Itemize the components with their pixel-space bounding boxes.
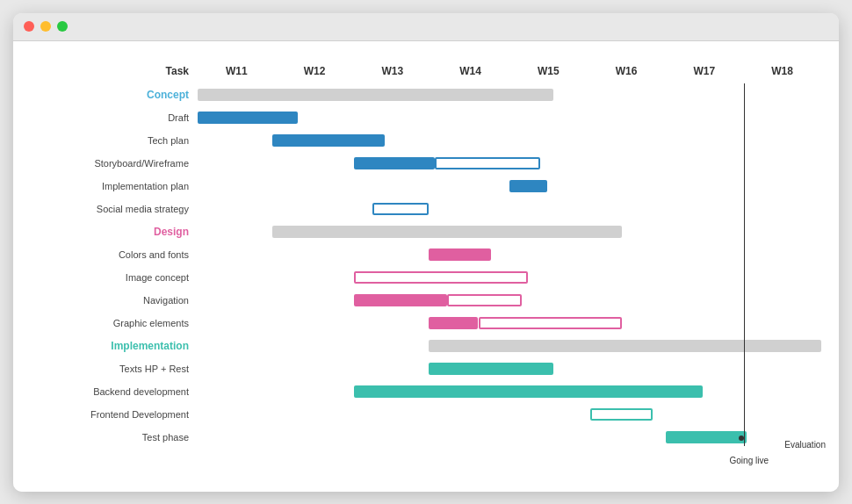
row-label-storyboard: Storyboard/Wireframe xyxy=(31,152,198,175)
gantt-labels: Task Concept Draft Tech plan Storyboard/… xyxy=(31,59,198,474)
titlebar xyxy=(13,13,839,41)
row-graphic xyxy=(198,312,821,335)
row-navigation xyxy=(198,289,821,312)
row-techplan xyxy=(198,129,821,152)
going-live-dot xyxy=(739,436,744,441)
row-label-test: Test phase xyxy=(31,426,198,449)
week-headers: W11 W12 W13 W14 W15 W16 W17 W18 xyxy=(198,59,821,83)
row-label-techplan: Tech plan xyxy=(31,129,198,152)
week-w18: W18 xyxy=(743,65,821,77)
task-header: Task xyxy=(31,59,198,83)
row-label-graphic: Graphic elements xyxy=(31,312,198,335)
row-social xyxy=(198,198,821,220)
row-label-colors: Colors and fonts xyxy=(31,243,198,266)
row-label-backend: Backend development xyxy=(31,380,198,403)
row-label-texts: Texts HP + Rest xyxy=(31,357,198,380)
row-frontend xyxy=(198,403,821,426)
row-test xyxy=(198,426,821,449)
week-w15: W15 xyxy=(509,65,588,77)
minimize-button[interactable] xyxy=(40,21,51,32)
row-label-frontend: Frontend Development xyxy=(31,403,198,426)
row-label-draft: Draft xyxy=(31,106,198,129)
row-impl-category xyxy=(198,335,821,357)
week-w11: W11 xyxy=(198,65,276,77)
evaluation-label: Evaluation xyxy=(784,440,826,450)
app-window: Task Concept Draft Tech plan Storyboard/… xyxy=(13,13,839,492)
going-live-label: Going live xyxy=(730,456,769,465)
week-w12: W12 xyxy=(276,65,354,77)
week-w16: W16 xyxy=(588,65,666,77)
week-w14: W14 xyxy=(431,65,509,77)
row-label-implplan: Implementation plan xyxy=(31,175,198,198)
gantt-chart-area: W11 W12 W13 W14 W15 W16 W17 W18 xyxy=(198,59,821,474)
row-label-implementation: Implementation xyxy=(31,335,198,357)
row-draft xyxy=(198,106,821,129)
week-w13: W13 xyxy=(354,65,432,77)
row-colors xyxy=(198,243,821,266)
row-label-design: Design xyxy=(31,220,198,243)
row-concept xyxy=(198,83,821,106)
close-button[interactable] xyxy=(24,21,34,32)
row-label-image: Image concept xyxy=(31,266,198,289)
row-label-concept: Concept xyxy=(31,83,198,106)
maximize-button[interactable] xyxy=(57,21,68,32)
row-label-social: Social media strategy xyxy=(31,198,198,220)
row-image xyxy=(198,266,821,289)
row-storyboard xyxy=(198,152,821,175)
row-label-navigation: Navigation xyxy=(31,289,198,312)
row-texts xyxy=(198,357,821,380)
gantt-chart: Task Concept Draft Tech plan Storyboard/… xyxy=(31,59,821,474)
row-design-category xyxy=(198,220,821,243)
row-implplan xyxy=(198,175,821,198)
chart-container: Task Concept Draft Tech plan Storyboard/… xyxy=(13,41,839,492)
row-backend xyxy=(198,380,821,403)
week-w17: W17 xyxy=(666,65,744,77)
